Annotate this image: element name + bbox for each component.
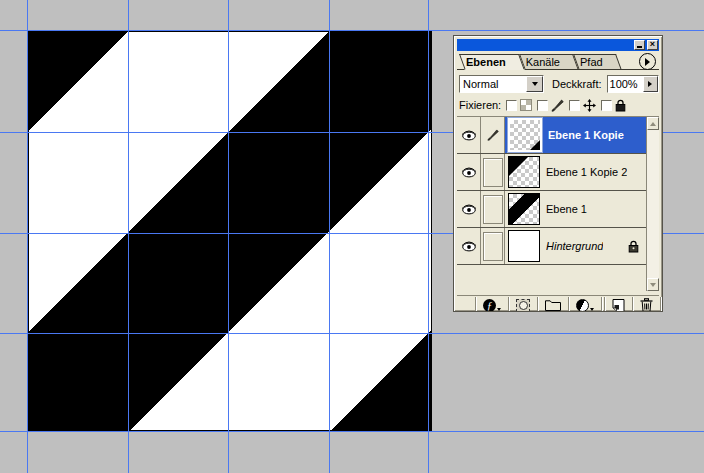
vertical-guide[interactable] xyxy=(329,0,330,473)
visibility-toggle[interactable] xyxy=(457,191,481,227)
layer-row-hintergrund[interactable]: Hintergrund xyxy=(457,228,646,265)
brush-icon xyxy=(487,129,499,141)
lock-options-row: Fixieren: xyxy=(457,94,659,116)
layer-style-button[interactable]: ƒ xyxy=(480,297,504,312)
scroll-up-button[interactable] xyxy=(647,117,659,130)
layer-name[interactable]: Ebene 1 xyxy=(546,203,587,215)
layer-row-ebene-1-kopie-2[interactable]: Ebene 1 Kopie 2 xyxy=(457,154,646,191)
adjustment-layer-button[interactable] xyxy=(573,297,597,312)
chevron-right-icon xyxy=(648,81,652,87)
link-well[interactable] xyxy=(481,228,505,264)
visibility-toggle[interactable] xyxy=(457,228,481,264)
close-button[interactable]: × xyxy=(647,40,658,50)
horizontal-guide[interactable] xyxy=(0,333,704,334)
transparency-icon xyxy=(520,99,532,111)
opacity-value: 100% xyxy=(608,76,643,92)
layer-list: Ebene 1 Kopie Ebene 1 Kopie 2 xyxy=(457,116,659,291)
move-icon xyxy=(583,99,596,112)
lock-icon xyxy=(615,99,626,112)
arrow-down-icon xyxy=(650,283,656,287)
opacity-slider-button[interactable] xyxy=(643,76,658,92)
layer-name[interactable]: Ebene 1 Kopie 2 xyxy=(546,166,627,178)
layers-palette: × Ebenen Kanäle Pfad Normal xyxy=(453,35,663,312)
layer-thumbnail[interactable] xyxy=(508,230,540,262)
blend-options-row: Normal Deckkraft: 100% xyxy=(457,73,659,94)
palette-tabs: Ebenen Kanäle Pfad xyxy=(457,53,659,70)
lock-position-checkbox[interactable] xyxy=(569,100,580,111)
trash-icon xyxy=(640,298,653,312)
scroll-down-button[interactable] xyxy=(647,278,659,291)
mask-icon xyxy=(516,299,530,312)
chevron-down-icon xyxy=(590,308,594,311)
tab-pfad[interactable]: Pfad xyxy=(573,54,616,69)
minimize-icon xyxy=(637,46,642,48)
opacity-input[interactable]: 100% xyxy=(607,75,659,93)
layer-row-ebene-1-kopie[interactable]: Ebene 1 Kopie xyxy=(457,117,646,154)
vertical-guide[interactable] xyxy=(27,0,28,473)
lock-transparency-checkbox[interactable] xyxy=(506,100,517,111)
layer-thumbnail[interactable] xyxy=(508,118,542,152)
tab-ebenen[interactable]: Ebenen xyxy=(459,54,519,70)
thumbnail-stripe xyxy=(509,194,539,224)
eye-icon xyxy=(461,167,477,178)
active-layer-indicator[interactable] xyxy=(481,117,505,153)
thumbnail-triangle xyxy=(509,157,528,176)
delete-layer-button[interactable] xyxy=(637,297,656,312)
layer-thumbnail[interactable] xyxy=(508,156,540,188)
horizontal-guide[interactable] xyxy=(0,431,704,432)
adjustment-icon xyxy=(576,299,589,312)
palette-titlebar[interactable]: × xyxy=(457,39,659,51)
opacity-label: Deckkraft: xyxy=(552,78,602,90)
chevron-down-icon xyxy=(532,82,538,86)
eye-icon xyxy=(461,241,477,252)
visibility-toggle[interactable] xyxy=(457,154,481,190)
palette-bottom-bar: ƒ xyxy=(457,295,659,312)
background-lock-icon xyxy=(628,240,639,253)
eye-icon xyxy=(461,130,477,141)
new-layer-button[interactable] xyxy=(609,297,628,312)
layer-list-scrollbar[interactable] xyxy=(646,117,659,291)
layer-name[interactable]: Ebene 1 Kopie xyxy=(548,129,624,141)
document-image[interactable] xyxy=(28,31,432,431)
chevron-down-icon xyxy=(497,308,501,311)
thumbnail-triangle xyxy=(530,140,540,150)
vertical-guide[interactable] xyxy=(228,0,229,473)
photoshop-workspace: × Ebenen Kanäle Pfad Normal xyxy=(0,0,704,473)
minimize-button[interactable] xyxy=(634,40,645,50)
arrow-up-icon xyxy=(650,122,656,126)
layer-name[interactable]: Hintergrund xyxy=(546,240,603,252)
new-group-button[interactable] xyxy=(542,297,564,312)
layer-row-ebene-1[interactable]: Ebene 1 xyxy=(457,191,646,228)
tab-kanaele[interactable]: Kanäle xyxy=(519,54,573,69)
vertical-guide[interactable] xyxy=(428,0,429,473)
vertical-guide[interactable] xyxy=(128,0,129,473)
link-well[interactable] xyxy=(481,154,505,190)
lock-label: Fixieren: xyxy=(459,99,501,111)
new-layer-icon xyxy=(612,299,625,312)
add-mask-button[interactable] xyxy=(513,297,533,312)
link-well[interactable] xyxy=(481,191,505,227)
blend-mode-value: Normal xyxy=(460,76,526,92)
eye-icon xyxy=(461,204,477,215)
visibility-toggle[interactable] xyxy=(457,117,481,153)
folder-icon xyxy=(545,299,561,311)
close-icon: × xyxy=(650,40,655,49)
lock-all-checkbox[interactable] xyxy=(601,100,612,111)
layer-thumbnail[interactable] xyxy=(508,193,540,225)
blend-mode-select[interactable]: Normal xyxy=(459,75,544,93)
blend-mode-dropdown-button[interactable] xyxy=(526,76,543,92)
horizontal-guide[interactable] xyxy=(0,30,704,31)
lock-paint-checkbox[interactable] xyxy=(537,100,548,111)
palette-menu-button[interactable] xyxy=(639,53,656,70)
brush-icon xyxy=(551,99,564,112)
effects-icon: ƒ xyxy=(483,299,496,312)
menu-arrow-icon xyxy=(645,58,650,66)
